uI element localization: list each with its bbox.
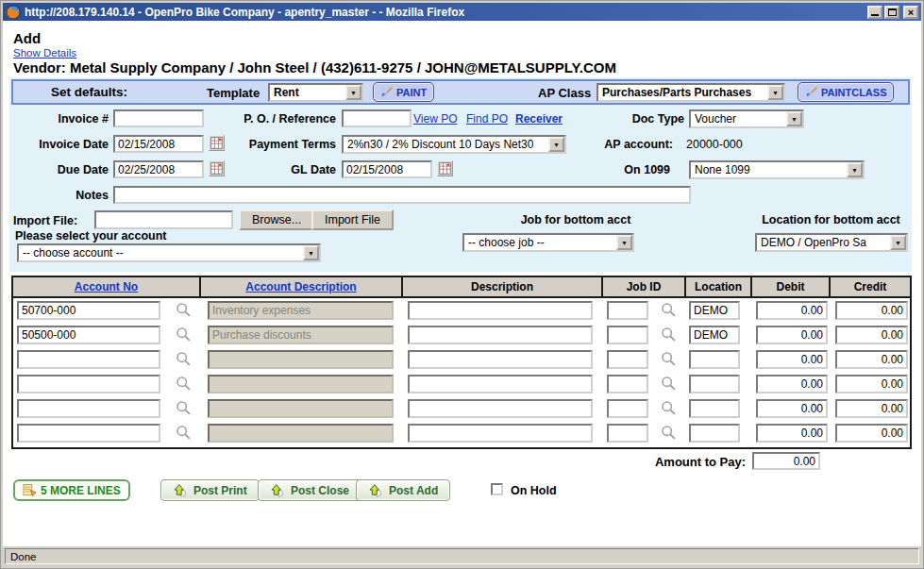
search-icon[interactable]	[176, 376, 192, 392]
search-icon[interactable]	[661, 376, 677, 392]
account-no-input[interactable]	[17, 301, 160, 320]
doc-type-select[interactable]: Voucher ▼	[689, 109, 804, 128]
account-select[interactable]: -- choose account -- ▼	[17, 243, 321, 262]
table-row	[13, 298, 910, 323]
post-add-button[interactable]: Post Add	[356, 479, 450, 501]
account-no-input[interactable]	[17, 424, 160, 443]
close-button[interactable]: ×	[903, 6, 918, 19]
location-input[interactable]	[689, 424, 740, 443]
paintclass-button[interactable]: PAINTCLASS	[798, 82, 894, 102]
on-1099-select[interactable]: None 1099 ▼	[689, 160, 865, 179]
job-id-input[interactable]	[607, 375, 648, 393]
account-description-header-link[interactable]: Account Description	[245, 280, 356, 293]
credit-input[interactable]	[835, 375, 908, 393]
search-icon[interactable]	[176, 351, 192, 367]
payment-terms-select[interactable]: 2%n30 / 2% Discount 10 Days Net30 ▼	[342, 135, 566, 154]
location-input[interactable]	[689, 399, 740, 418]
search-icon[interactable]	[176, 326, 192, 343]
debit-input[interactable]	[756, 375, 828, 393]
account-no-input[interactable]	[17, 326, 160, 344]
post-print-button[interactable]: Post Print	[160, 479, 260, 501]
job-id-input[interactable]	[607, 326, 648, 344]
gl-date-input[interactable]	[342, 160, 432, 178]
debit-input[interactable]	[756, 301, 828, 320]
browse-button[interactable]: Browse...	[239, 209, 314, 230]
amount-to-pay-input[interactable]	[752, 452, 820, 470]
debit-input[interactable]	[756, 350, 828, 369]
header-account-no[interactable]: Account No	[13, 277, 201, 296]
show-details-link[interactable]: Show Details	[13, 47, 76, 59]
description-input[interactable]	[408, 399, 593, 418]
search-icon[interactable]	[176, 400, 192, 416]
debit-input[interactable]	[756, 399, 828, 418]
job-select[interactable]: -- choose job -- ▼	[462, 233, 634, 252]
search-icon[interactable]	[176, 425, 192, 441]
location-input[interactable]	[689, 375, 740, 393]
description-input[interactable]	[408, 375, 593, 393]
post-add-label: Post Add	[389, 484, 438, 497]
ap-class-select[interactable]: Purchases/Parts Purchases ▼	[596, 83, 785, 102]
minimize-button[interactable]	[867, 6, 882, 19]
calendar-icon[interactable]	[437, 160, 453, 176]
view-po-link[interactable]: View PO	[413, 112, 457, 126]
debit-input[interactable]	[756, 326, 828, 344]
search-icon[interactable]	[661, 326, 677, 343]
account-no-input[interactable]	[17, 399, 160, 418]
import-file-button[interactable]: Import File	[311, 209, 394, 230]
due-date-input[interactable]	[113, 160, 204, 178]
post-arrow-icon	[368, 483, 382, 497]
calendar-glyph	[210, 162, 223, 175]
post-close-button[interactable]: Post Close	[258, 479, 361, 501]
account-description-field	[208, 399, 394, 418]
job-id-input[interactable]	[607, 399, 648, 418]
job-select-value: -- choose job --	[468, 236, 545, 249]
template-select[interactable]: Rent ▼	[268, 83, 363, 102]
location-input[interactable]	[689, 301, 740, 320]
chevron-down-icon: ▼	[548, 137, 564, 152]
description-input[interactable]	[408, 326, 593, 344]
calendar-icon[interactable]	[209, 160, 225, 176]
receiver-link[interactable]: Receiver	[515, 112, 563, 126]
job-id-input[interactable]	[607, 350, 648, 369]
description-input[interactable]	[408, 350, 593, 369]
account-no-header-link[interactable]: Account No	[75, 280, 138, 293]
search-icon[interactable]	[176, 302, 192, 318]
location-input[interactable]	[689, 326, 740, 344]
page-title: Add	[13, 30, 41, 46]
search-icon[interactable]	[661, 302, 677, 318]
description-input[interactable]	[408, 301, 593, 320]
debit-input[interactable]	[756, 424, 828, 443]
po-reference-input[interactable]	[342, 109, 412, 127]
credit-input[interactable]	[835, 301, 908, 320]
paint-button[interactable]: PAINT	[373, 82, 434, 102]
credit-input[interactable]	[835, 399, 908, 418]
notes-input[interactable]	[113, 186, 691, 204]
invoice-date-input[interactable]	[113, 135, 204, 153]
title-bar[interactable]: http://208.179.140.14 - OpenPro Bike Com…	[3, 3, 921, 21]
search-icon[interactable]	[661, 351, 677, 367]
window-title: http://208.179.140.14 - OpenPro Bike Com…	[25, 6, 464, 19]
search-icon[interactable]	[661, 400, 677, 416]
location-input[interactable]	[689, 350, 740, 369]
table-row	[13, 421, 910, 445]
credit-input[interactable]	[835, 350, 908, 369]
header-account-description[interactable]: Account Description	[201, 277, 403, 296]
maximize-button[interactable]	[884, 6, 899, 19]
credit-input[interactable]	[835, 326, 908, 344]
import-file-input[interactable]	[94, 210, 233, 229]
payment-terms-label: Payment Terms	[212, 138, 336, 151]
account-no-input[interactable]	[17, 350, 160, 369]
table-row	[13, 396, 910, 421]
invoice-number-input[interactable]	[113, 109, 204, 127]
job-id-input[interactable]	[607, 301, 648, 320]
chevron-down-icon: ▼	[303, 245, 319, 260]
account-no-input[interactable]	[17, 375, 160, 393]
credit-input[interactable]	[835, 424, 908, 443]
location-select[interactable]: DEMO / OpenPro Sa ▼	[755, 233, 908, 252]
on-hold-checkbox[interactable]	[491, 483, 503, 495]
more-lines-button[interactable]: 5 MORE LINES	[13, 479, 130, 501]
job-id-input[interactable]	[607, 424, 648, 443]
search-icon[interactable]	[661, 425, 677, 441]
find-po-link[interactable]: Find PO	[466, 112, 508, 126]
description-input[interactable]	[408, 424, 593, 443]
